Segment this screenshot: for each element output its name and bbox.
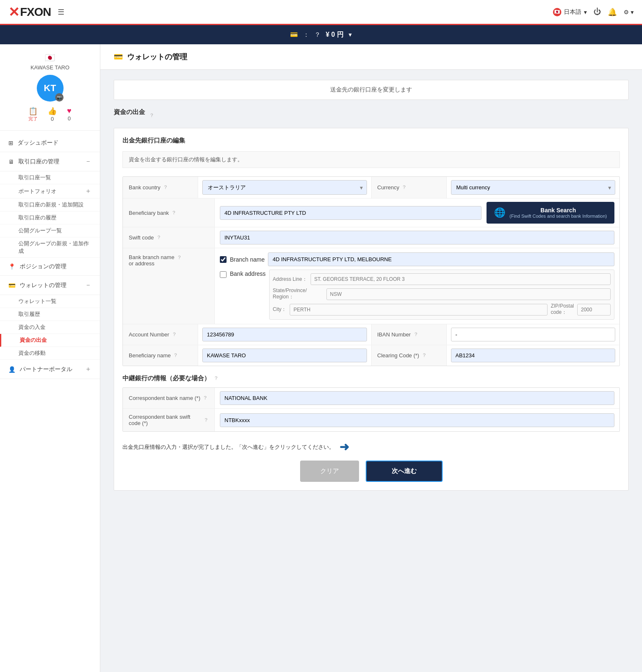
section1-title: 資金の出金 <box>114 108 145 116</box>
currency-help-icon[interactable]: ？ <box>402 184 407 191</box>
partner-icon: 👤 <box>8 366 15 373</box>
address-line-input[interactable] <box>311 273 611 285</box>
account-number-input[interactable] <box>202 328 367 341</box>
swift-code-help-icon[interactable]: ？ <box>156 234 161 241</box>
sidebar-item-trading-left: 🖥 取引口座の管理 <box>8 158 59 165</box>
clear-button[interactable]: クリア <box>300 461 359 482</box>
camera-icon[interactable]: 📷 <box>55 93 64 102</box>
sidebar-item-wallet-label: ウォレットの管理 <box>20 282 66 289</box>
content-area: 送金先の銀行口座を変更します 資金の出金 ？ 出金先銀行口座の編集 資金を出金す… <box>100 70 642 509</box>
bank-branch-help-icon[interactable]: ？ <box>177 254 182 261</box>
currency-select[interactable]: Multi currency <box>451 180 616 195</box>
bank-address-checkbox[interactable] <box>220 271 227 278</box>
settings-button[interactable]: ⚙ ▾ <box>624 9 634 15</box>
page-header: 💳 ウォレットの管理 <box>100 44 642 70</box>
state-input[interactable] <box>326 288 611 300</box>
bank-search-sub-label: (Find Swift Codes and search bank Inform… <box>510 214 607 219</box>
bank-branch-value: Branch name Bank address Address Line： <box>215 248 619 324</box>
correspondent-help-icon[interactable]: ？ <box>214 375 219 382</box>
currency-label: Currency ？ <box>372 177 447 198</box>
profile-name: KAWASE TARO <box>7 64 93 71</box>
sidebar-sub-account-history[interactable]: 取引口座の履歴 <box>0 211 100 224</box>
beneficiary-name-help-icon[interactable]: ？ <box>173 352 178 359</box>
sidebar-sub-new-account[interactable]: 取引口座の新規・追加開設 <box>0 199 100 211</box>
zip-input[interactable] <box>577 304 611 316</box>
branch-name-checkbox[interactable] <box>220 256 227 263</box>
language-selector[interactable]: 🇯🇵 日本語 ▾ <box>553 8 587 16</box>
correspondent-swift-row: Correspondent bank swift code (*) ？ <box>123 409 619 431</box>
clearing-code-field: Clearing Code (*) ？ <box>372 345 620 366</box>
correspondent-swift-help-icon[interactable]: ？ <box>204 417 209 424</box>
account-number-label: Account Number ？ <box>123 324 198 345</box>
city-input[interactable] <box>290 304 547 316</box>
correspondent-swift-label: Correspondent bank swift code (*) ？ <box>123 409 215 431</box>
bank-country-field: Bank country ？ オーストラリア ▾ <box>123 177 372 198</box>
bank-search-button[interactable]: 🌐 Bank Search (Find Swift Codes and sear… <box>487 202 614 224</box>
sidebar-sub-new-group[interactable]: 公開グループの新規・追加作成 <box>0 237 100 258</box>
clearing-code-help-icon[interactable]: ？ <box>422 352 427 359</box>
beneficiary-bank-input[interactable] <box>220 206 482 220</box>
sidebar-item-partner[interactable]: 👤 パートナーポータル ＋ <box>0 360 100 379</box>
lang-chevron-icon: ▾ <box>584 9 587 15</box>
iban-input[interactable] <box>451 328 616 341</box>
balance-chevron-icon[interactable]: ▾ <box>349 31 352 38</box>
hamburger-button[interactable]: ☰ <box>58 8 64 17</box>
correspondent-bank-help-icon[interactable]: ？ <box>203 395 208 402</box>
globe-icon: 🌐 <box>494 207 505 218</box>
bank-address-row: Bank address Address Line： State/Provinc… <box>220 270 614 320</box>
bank-country-select[interactable]: オーストラリア <box>202 180 367 195</box>
edit-section-title: 出金先銀行口座の編集 <box>122 137 620 145</box>
sidebar-item-wallet[interactable]: 💳 ウォレットの管理 － <box>0 276 100 295</box>
notification-button[interactable]: 🔔 <box>608 8 617 17</box>
sidebar-sub-wallet-list[interactable]: ウォレット一覧 <box>0 295 100 308</box>
bank-search-text: Bank Search (Find Swift Codes and search… <box>510 207 607 219</box>
currency-field: Currency ？ Multi currency ▾ <box>372 177 620 198</box>
sidebar-sub-deposit[interactable]: 資金の入金 <box>0 321 100 334</box>
form-card: 出金先銀行口座の編集 資金を出金する銀行口座の情報を編集します。 Bank co… <box>114 128 629 491</box>
power-button[interactable]: ⏻ <box>594 8 601 16</box>
sidebar-item-positions-label: ポジションの管理 <box>20 263 66 270</box>
section1-help-icon[interactable]: ？ <box>149 112 154 119</box>
currency-value: Multi currency ▾ <box>447 177 620 198</box>
correspondent-swift-input[interactable] <box>220 413 614 427</box>
avatar-initials: KT <box>44 83 56 94</box>
sidebar-item-trading-label: 取引口座の管理 <box>18 158 59 165</box>
sidebar-sub-trading-list[interactable]: 取引口座一覧 <box>0 171 100 184</box>
bank-country-help-icon[interactable]: ？ <box>163 184 168 191</box>
sidebar-sub-transfer[interactable]: 資金の移動 <box>0 347 100 360</box>
sidebar-item-positions[interactable]: 📍 ポジションの管理 <box>0 258 100 276</box>
address-line-row: Address Line： <box>273 273 611 285</box>
swift-code-input[interactable] <box>220 231 614 244</box>
sidebar-item-trading[interactable]: 🖥 取引口座の管理 － <box>0 152 100 171</box>
next-button[interactable]: 次へ進む <box>366 461 443 482</box>
stat-favorites: ♥ 0 <box>67 107 71 122</box>
swift-code-value <box>215 227 619 248</box>
correspondent-bank-name-input[interactable] <box>220 391 614 405</box>
wallet-nav-icon: 💳 <box>290 31 298 38</box>
favorites-icon: ♥ <box>67 107 71 115</box>
beneficiary-name-field: Beneficiary name ？ <box>123 345 372 366</box>
bank-branch-label: Bank branch nameor address ？ <box>123 248 215 324</box>
sidebar-sub-withdrawal[interactable]: 資金の出金 <box>0 334 100 347</box>
sidebar-menu: ⊞ ダッシュボード 🖥 取引口座の管理 － 取引口座一覧 ポートフォリオ ＋ 取… <box>0 131 100 382</box>
correspondent-title: 中継銀行の情報（必要な場合） <box>122 374 210 382</box>
beneficiary-bank-help-icon[interactable]: ？ <box>171 209 176 216</box>
account-iban-row: Account Number ？ IBAN Number ？ <box>123 324 619 345</box>
sidebar-sub-portfolio[interactable]: ポートフォリオ ＋ <box>0 184 100 199</box>
branch-name-row: Branch name <box>220 252 614 266</box>
arrow-icon: ➜ <box>339 440 349 454</box>
sidebar-sub-public-groups[interactable]: 公開グループ一覧 <box>0 224 100 237</box>
sidebar: 🇯🇵 KAWASE TARO KT 📷 📋 完了 👍 0 ♥ 0 <box>0 44 100 672</box>
beneficiary-name-input[interactable] <box>202 349 367 362</box>
beneficiary-name-label: Beneficiary name ？ <box>123 345 198 366</box>
sidebar-item-dashboard[interactable]: ⊞ ダッシュボード <box>0 134 100 152</box>
account-number-help-icon[interactable]: ？ <box>172 331 177 338</box>
branch-name-input[interactable] <box>268 252 614 266</box>
correspondent-header: 中継銀行の情報（必要な場合） ？ <box>122 374 620 382</box>
iban-help-icon[interactable]: ？ <box>413 331 418 338</box>
clearing-code-input[interactable] <box>451 349 616 362</box>
notice-area: 出金先口座情報の入力・選択が完了しました。「次へ進む」をクリックしてください。 … <box>122 440 620 454</box>
subtitle-bar: 送金先の銀行口座を変更します <box>114 80 629 100</box>
nav-help-icon[interactable]: ？ <box>314 31 321 39</box>
sidebar-sub-transaction-history[interactable]: 取引履歴 <box>0 308 100 321</box>
